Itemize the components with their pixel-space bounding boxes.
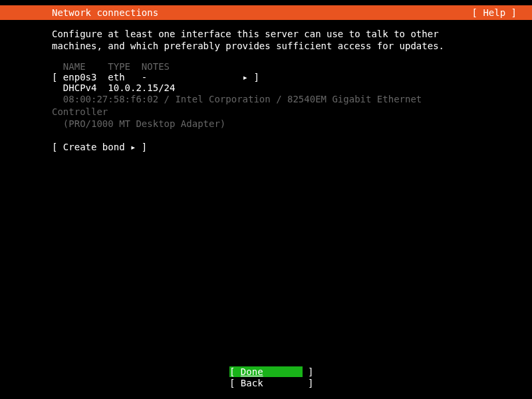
done-button[interactable]: [ Done ] [229, 366, 303, 377]
description-text: Configure at least one interface this se… [52, 28, 480, 52]
table-header: NAME TYPE NOTES [52, 61, 480, 72]
main-content: Configure at least one interface this se… [0, 20, 532, 152]
header-bar: Network connections [ Help ] [0, 5, 532, 20]
done-label: Done [241, 366, 263, 377]
footer-buttons: [ Done ] [ Back ] [0, 366, 532, 388]
back-button[interactable]: [ Back ] [229, 378, 303, 388]
create-bond-button[interactable]: [ Create bond ▸ ] [52, 142, 480, 152]
interface-row-enp0s3[interactable]: [ enp0s3 eth - ▸ ] [52, 72, 480, 82]
mac-adapter-info: 08:00:27:58:f6:02 / Intel Corporation / … [52, 93, 480, 130]
page-title: Network connections [5, 7, 158, 18]
help-button[interactable]: [ Help ] [472, 7, 527, 18]
dhcp-info: DHCPv4 10.0.2.15/24 [52, 82, 480, 93]
